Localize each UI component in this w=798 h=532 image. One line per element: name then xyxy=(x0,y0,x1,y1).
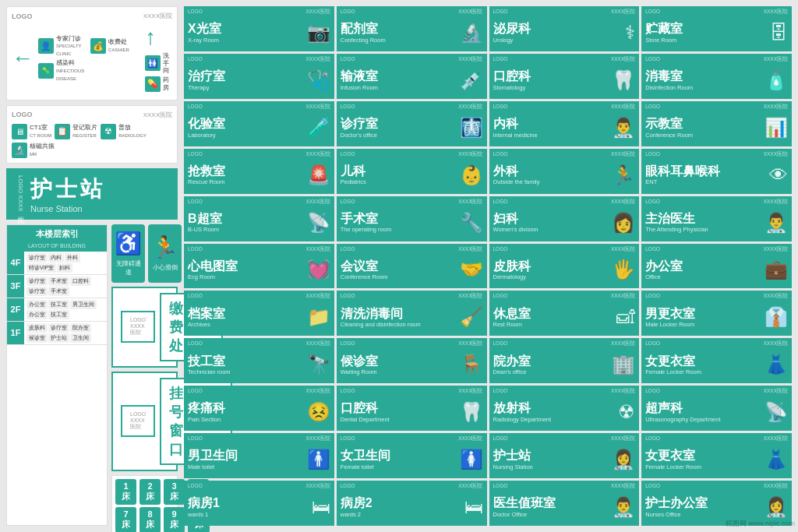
room-hospital-0: XXXX医院 xyxy=(305,9,330,16)
room-hospital-32: XXXX医院 xyxy=(305,388,330,395)
room-cn-41: 病房2 xyxy=(341,496,373,510)
room-logo-15: LOGO xyxy=(645,151,660,158)
room-logo-8: LOGO xyxy=(188,104,203,111)
room-hospital-30: XXXX医院 xyxy=(611,340,635,347)
pharmacy-item: 💊 药房 xyxy=(145,76,172,92)
room-icon-1: 🔬 xyxy=(460,22,483,44)
registration-cn: 挂号窗口 xyxy=(169,384,185,459)
infection-icon: 🦠 xyxy=(38,63,54,79)
room-en-8: Laboratory xyxy=(188,132,225,139)
room-hospital-19: XXXX医院 xyxy=(764,199,788,206)
room-cn-18: 妇科 xyxy=(493,212,538,226)
room-logo-34: LOGO xyxy=(493,388,508,395)
room-cn-30: 院办室 xyxy=(493,354,531,368)
room-en-29: Waiting Room xyxy=(341,368,378,375)
room-en-22: Dermatology xyxy=(493,273,531,280)
room-icon-27: 👔 xyxy=(764,306,788,328)
room-hospital-3: XXXX医院 xyxy=(764,9,788,16)
room-en-3: Store Room xyxy=(645,37,683,44)
room-logo-31: LOGO xyxy=(645,340,660,347)
room-en-14: Outside the family xyxy=(493,178,540,185)
room-cn-27: 男更衣室 xyxy=(645,307,695,321)
room-cn-0: X光室 xyxy=(188,22,221,36)
room-en-16: B-US Room xyxy=(188,226,222,233)
room-sign-39: LOGO XXXX医院 女更衣室 Female Locker Room 👗 xyxy=(641,433,792,478)
up-arrow: ↑ xyxy=(145,25,172,50)
room-icon-35: 📡 xyxy=(764,401,788,423)
room-hospital-27: XXXX医院 xyxy=(764,293,788,300)
room-hospital-15: XXXX医院 xyxy=(764,151,788,158)
room-sign-4: LOGO XXXX医院 治疗室 Therapy 🩺 xyxy=(184,54,334,99)
room-hospital-14: XXXX医院 xyxy=(611,151,635,158)
room-logo-35: LOGO xyxy=(645,388,660,395)
room-sign-34: LOGO XXXX医院 放射科 Radiology Department ☢ xyxy=(489,386,640,431)
room-en-43: Nurses Office xyxy=(645,511,708,518)
room-icon-43: 👩‍⚕️ xyxy=(764,496,788,518)
room-sign-28: LOGO XXXX医院 技工室 Technician room 🔭 xyxy=(184,338,334,383)
room-hospital-29: XXXX医院 xyxy=(458,340,482,347)
room-en-26: Rest Room xyxy=(493,321,531,328)
room-hospital-1: XXXX医院 xyxy=(458,9,482,16)
room-cn-8: 化验室 xyxy=(188,117,225,131)
left-panel: LOGO XXXX医院 ← 👤 专家门诊SPECIALTY CLINIC 💰 收… xyxy=(6,6,178,526)
room-sign-29: LOGO XXXX医院 候诊室 Waiting Room 🪑 xyxy=(337,338,487,383)
room-en-32: Pain Section xyxy=(188,416,225,423)
room-icon-29: 🪑 xyxy=(460,354,483,375)
room-sign-30: LOGO XXXX医院 院办室 Dean's office 🏢 xyxy=(489,338,640,383)
nurse-station-en: Nurse Station xyxy=(30,204,168,213)
ct-label: CT1室CT ROOM xyxy=(30,124,51,139)
room-hospital-24: XXXX医院 xyxy=(305,293,330,300)
room-en-33: Dental Department xyxy=(341,416,390,423)
room-cn-15: 眼科耳鼻喉科 xyxy=(645,164,720,178)
room-icon-22: 🖐 xyxy=(612,259,635,280)
room-icon-41: 🛏 xyxy=(464,496,483,518)
room-cn-24: 档案室 xyxy=(188,307,225,321)
right-panel: LOGO XXXX医院 X光室 X-ray Room 📷 LOGO XXXX医院… xyxy=(184,6,792,526)
room-logo-32: LOGO xyxy=(188,388,203,395)
room-cn-22: 皮肤科 xyxy=(493,259,531,273)
room-cn-4: 治疗室 xyxy=(188,69,225,83)
mri-icon: 🔬 xyxy=(12,143,27,158)
room-cn-26: 休息室 xyxy=(493,307,531,321)
room-icon-4: 🩺 xyxy=(307,69,330,91)
room-sign-6: LOGO XXXX医院 口腔科 Stomatology 🦷 xyxy=(489,54,640,99)
room-icon-18: 👩 xyxy=(612,212,635,234)
room-hospital-20: XXXX医院 xyxy=(305,246,330,253)
room-en-6: Stomatology xyxy=(493,84,531,91)
wheelchair-label: 无障碍通道 xyxy=(115,259,142,277)
left-arrow: ← xyxy=(12,46,34,71)
room-hospital-25: XXXX医院 xyxy=(458,293,482,300)
room-en-40: wards 1 xyxy=(188,511,220,518)
room-cn-9: 诊疗室 xyxy=(341,117,378,131)
wheelchair-sign: ♿ 无障碍通道 xyxy=(111,224,145,283)
slippery-label: 小心滑倒 xyxy=(153,263,178,272)
room-icon-6: 🦷 xyxy=(612,69,635,91)
room-icon-17: 🔧 xyxy=(460,212,483,234)
building-index-subtitle: LAYOUT OF BUILDING xyxy=(7,243,107,252)
room-en-18: Women's division xyxy=(493,226,538,233)
room-sign-38: LOGO XXXX医院 护士站 Nursing Station 👩‍⚕️ xyxy=(489,433,640,478)
room-icon-20: 💓 xyxy=(307,259,330,280)
room-en-21: Conference Room xyxy=(341,273,388,280)
room-hospital-5: XXXX医院 xyxy=(458,56,482,63)
room-cn-2: 泌尿科 xyxy=(493,22,531,36)
room-en-28: Technician room xyxy=(188,368,231,375)
floor-3f: 3F 诊疗室 手术室 口腔科 诊疗室 手术室 xyxy=(7,275,107,298)
room-sign-19: LOGO XXXX医院 主治医生 The Attending Physician… xyxy=(641,196,792,241)
room-hospital-43: XXXX医院 xyxy=(764,483,788,490)
cashier-item: 💰 收费处CASHIER xyxy=(90,35,140,58)
room-logo-10: LOGO xyxy=(493,104,508,111)
room-en-30: Dean's office xyxy=(493,368,531,375)
room-icon-0: 📷 xyxy=(307,22,330,44)
wayfinding-sign-1: LOGO XXXX医院 ← 👤 专家门诊SPECIALTY CLINIC 💰 收… xyxy=(6,6,178,100)
room-sign-2: LOGO XXXX医院 泌尿科 Urology ⚕ xyxy=(489,6,640,51)
room-cn-21: 会议室 xyxy=(341,259,388,273)
room-sign-18: LOGO XXXX医院 妇科 Women's division 👩 xyxy=(489,196,640,241)
room-sign-36: LOGO XXXX医院 男卫生间 Male toilet 🚹 xyxy=(184,433,334,478)
room-logo-0: LOGO xyxy=(188,9,203,16)
room-cn-16: B超室 xyxy=(188,212,222,226)
room-cn-32: 疼痛科 xyxy=(188,401,225,415)
room-cn-3: 贮藏室 xyxy=(645,22,683,36)
room-hospital-8: XXXX医院 xyxy=(305,104,330,111)
room-icon-40: 🛏 xyxy=(312,496,330,518)
